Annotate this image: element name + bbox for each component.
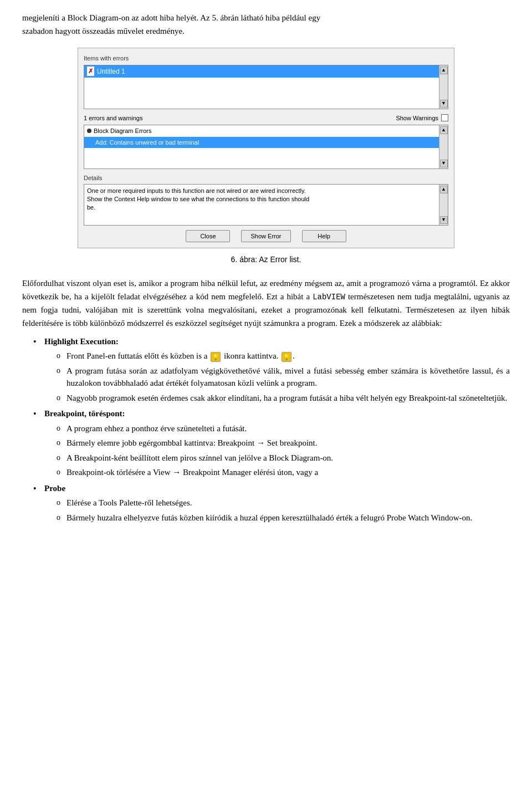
- breakpoint-subitems: A program ehhez a ponthoz érve szünetelt…: [55, 422, 510, 479]
- errors-scroll-down[interactable]: ▼: [440, 160, 448, 167]
- error-list-dialog: Items with errors ✗ Untitled 1 ▲ ▼ 1 err…: [78, 48, 454, 248]
- details-scroll-up[interactable]: ▲: [440, 186, 448, 193]
- intro-line1: megjeleníti a Block Diagram-on az adott …: [22, 13, 320, 22]
- details-line2: Show the Context Help window to see what…: [87, 196, 309, 202]
- errors-scrollbar[interactable]: ▲ ▼: [439, 125, 448, 168]
- bullet-icon: [87, 129, 91, 133]
- highlight-icon: 💡: [211, 352, 221, 362]
- probe-subitems: Elérése a Tools Palette-ről lehetséges. …: [55, 497, 510, 524]
- close-button[interactable]: Close: [186, 230, 230, 242]
- methods-list: Highlight Execution: Front Panel-en futt…: [33, 335, 510, 524]
- probe-sub-1: Elérése a Tools Palette-ről lehetséges.: [55, 497, 510, 509]
- breakpoint-item: Breakpoint, töréspont: A program ehhez a…: [33, 407, 510, 479]
- highlight-execution-label: Highlight Execution:: [44, 337, 119, 346]
- arrow-icon-1: →: [257, 438, 265, 447]
- scroll-down-arrow[interactable]: ▼: [440, 100, 448, 108]
- details-scroll-down[interactable]: ▼: [440, 216, 448, 224]
- block-diagram-errors-item[interactable]: Block Diagram Errors: [84, 125, 448, 137]
- intro-text: megjeleníti a Block Diagram-on az adott …: [22, 11, 510, 38]
- selected-item-row[interactable]: ✗ Untitled 1: [84, 65, 448, 78]
- details-label: Details: [84, 173, 448, 183]
- breakpoint-sub-3: A Breakpoint-ként beállított elem piros …: [55, 452, 510, 464]
- highlight-icon-2: 💡: [282, 352, 291, 362]
- main-paragraph: Előfordulhat viszont olyan eset is, amik…: [22, 277, 510, 330]
- breakpoint-sub-1: A program ehhez a ponthoz érve szünetelt…: [55, 422, 510, 435]
- breakpoint-label: Breakpoint, töréspont:: [44, 409, 125, 418]
- show-error-button[interactable]: Show Error: [241, 230, 290, 242]
- error-detail-item[interactable]: Add: Contains unwired or bad terminal: [84, 137, 448, 149]
- arrow-icon-2: →: [172, 467, 181, 477]
- items-scrollbar[interactable]: ▲ ▼: [439, 65, 448, 109]
- error-count-row: 1 errors and warnings Show Warnings: [84, 114, 448, 123]
- items-list-box: ✗ Untitled 1 ▲ ▼: [84, 65, 448, 109]
- probe-sub-2: Bármely huzalra elhelyezve futás közben …: [55, 512, 510, 524]
- highlight-sub-1: Front Panel-en futtatás előtt és közben …: [55, 350, 510, 362]
- highlight-execution-subitems: Front Panel-en futtatás előtt és közben …: [55, 350, 510, 404]
- highlight-execution-item: Highlight Execution: Front Panel-en futt…: [33, 335, 510, 405]
- details-line3: be.: [87, 204, 95, 211]
- probe-label: Probe: [44, 484, 65, 493]
- breakpoint-sub-4: Breakpoint-ok törlésére a View → Breakpo…: [55, 466, 510, 479]
- highlight-sub-3: Nagyobb programok esetén érdemes csak ak…: [55, 392, 510, 405]
- error-x-icon: ✗: [87, 67, 94, 76]
- details-box: One or more required inputs to this func…: [84, 184, 448, 226]
- breakpoint-sub-2: Bármely elemre jobb egérgombbal kattintv…: [55, 437, 510, 450]
- errors-scroll-up[interactable]: ▲: [440, 126, 448, 134]
- help-button[interactable]: Help: [302, 230, 346, 242]
- block-diagram-errors-label: Block Diagram Errors: [94, 126, 152, 136]
- probe-item: Probe Elérése a Tools Palette-ről lehets…: [33, 482, 510, 524]
- selected-item-label: Untitled 1: [97, 67, 125, 76]
- labview-code: LabVIEW: [313, 293, 345, 302]
- scroll-up-arrow[interactable]: ▲: [440, 67, 448, 74]
- highlight-sub-2: A program futása során az adatfolyam vég…: [55, 365, 510, 390]
- error-count-text: 1 errors and warnings: [84, 114, 142, 123]
- figure-caption: 6. ábra: Az Error list.: [22, 254, 510, 265]
- details-line1: One or more required inputs to this func…: [87, 187, 306, 194]
- items-with-errors-label: Items with errors: [84, 54, 448, 63]
- show-warnings-section: Show Warnings: [396, 114, 448, 123]
- dialog-buttons: Close Show Error Help: [84, 230, 448, 242]
- errors-list-box: Block Diagram Errors Add: Contains unwir…: [84, 125, 448, 169]
- intro-line2: szabadon hagyott összeadás művelet eredm…: [22, 27, 185, 35]
- show-warnings-label: Show Warnings: [396, 114, 438, 123]
- details-section: Details One or more required inputs to t…: [84, 173, 448, 226]
- show-warnings-checkbox[interactable]: [441, 114, 448, 121]
- details-scrollbar[interactable]: ▲ ▼: [439, 185, 448, 225]
